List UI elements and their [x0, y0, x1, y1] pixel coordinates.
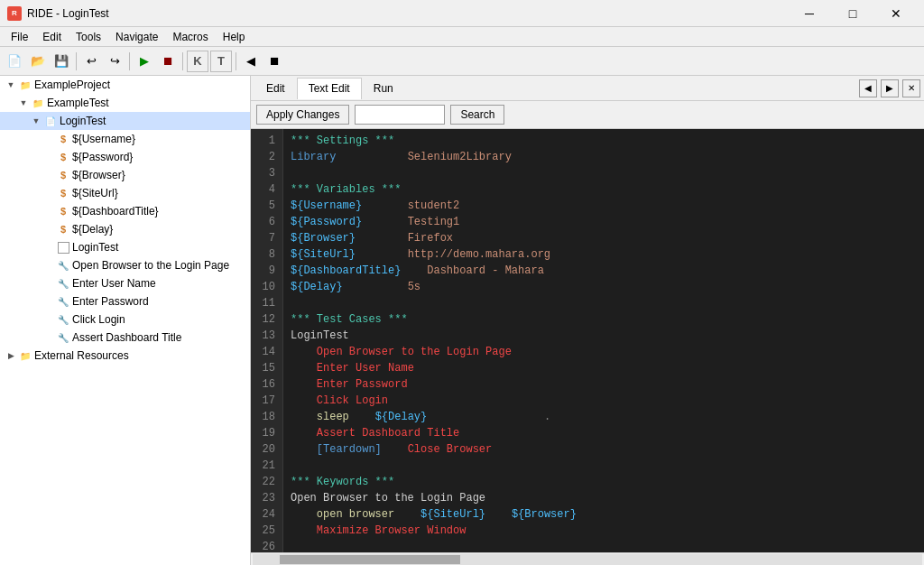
menu-help[interactable]: Help [216, 29, 253, 45]
menu-edit[interactable]: Edit [35, 29, 69, 45]
tree-item-click-login-kw[interactable]: 🔧 Click Login [0, 310, 250, 329]
tree-item-example-project[interactable]: ▼ 📁 ExampleProject [0, 76, 250, 94]
tree-label: External Resources [34, 349, 129, 362]
var-icon: $ [56, 132, 70, 146]
toolbar-sep-3 [182, 52, 183, 70]
tree-label: ${SiteUrl} [72, 187, 118, 199]
prev-button[interactable]: ◀ [240, 51, 262, 72]
toolbar-sep-4 [236, 52, 236, 70]
tree-label: ${Delay} [72, 223, 113, 236]
app-icon: R [7, 6, 22, 21]
tree-label: Click Login [72, 313, 125, 326]
keyword-button[interactable]: K [187, 51, 208, 72]
tree-toggle: ▼ [29, 116, 43, 125]
search-input[interactable] [355, 105, 445, 125]
minimize-button[interactable]: ─ [789, 1, 830, 26]
tab-run[interactable]: Run [362, 78, 405, 98]
app-title: RIDE - LoginTest [27, 7, 109, 20]
main-area: ▼ 📁 ExampleProject ▼ 📁 ExampleTest ▼ 📄 L… [0, 76, 924, 565]
tree-item-login-test[interactable]: ▼ 📄 LoginTest [0, 112, 250, 130]
close-button[interactable]: ✕ [875, 1, 917, 26]
tree-item-logintest-case[interactable]: LoginTest [0, 238, 250, 256]
tree-toggle: ▼ [4, 80, 18, 89]
tab-edit[interactable]: Edit [254, 78, 297, 98]
tree-label: ExampleTest [47, 97, 109, 109]
tree-item-dashboardtitle-var[interactable]: $ ${DashboardTitle} [0, 202, 250, 220]
menu-navigate[interactable]: Navigate [108, 29, 165, 45]
kw-icon: 🔧 [56, 294, 70, 309]
var-icon: $ [56, 222, 70, 236]
var-icon: $ [56, 204, 70, 218]
tree-item-assert-kw[interactable]: 🔧 Assert Dashboard Title [0, 329, 250, 347]
nav-next-button[interactable]: ▶ [881, 79, 899, 97]
template-button[interactable]: T [210, 51, 232, 72]
folder-icon: 📁 [31, 96, 45, 110]
kw-icon: 🔧 [56, 258, 70, 273]
open-button[interactable]: 📂 [27, 51, 49, 72]
var-icon: $ [56, 168, 70, 182]
tree-item-external-resources[interactable]: ▶ 📁 External Resources [0, 347, 250, 365]
nav-prev-button[interactable]: ◀ [859, 79, 877, 97]
menu-file[interactable]: File [4, 29, 35, 45]
tree-toggle: ▼ [16, 98, 31, 107]
kw-icon: 🔧 [56, 312, 70, 327]
tree-label: Enter User Name [72, 277, 156, 290]
code-editor[interactable]: 12345 678910 1112131415 1617181920 21222… [251, 129, 924, 552]
tree-label: ${Password} [72, 151, 133, 163]
menu-tools[interactable]: Tools [69, 29, 108, 45]
redo-button[interactable]: ↪ [104, 51, 125, 72]
tree-item-open-browser-kw[interactable]: 🔧 Open Browser to the Login Page [0, 256, 250, 274]
tree-item-siteurl-var[interactable]: $ ${SiteUrl} [0, 184, 250, 202]
right-panel: Edit Text Edit Run ◀ ▶ ✕ Apply Changes S… [251, 76, 924, 565]
save-button[interactable]: 💾 [51, 51, 72, 72]
scroll-thumb[interactable] [280, 555, 460, 564]
stop-button[interactable]: ⏹ [157, 51, 179, 72]
tree-toggle: ▶ [4, 351, 18, 360]
window-controls: ─ □ ✕ [789, 1, 917, 26]
toolbar-sep-1 [76, 52, 77, 70]
sidebar: ▼ 📁 ExampleProject ▼ 📁 ExampleTest ▼ 📄 L… [0, 76, 251, 565]
horizontal-scrollbar[interactable] [251, 552, 924, 565]
kw-icon: 🔧 [56, 276, 70, 291]
tree-label: ${DashboardTitle} [72, 205, 159, 218]
next-button[interactable]: ⏹ [263, 51, 285, 72]
var-icon: $ [56, 186, 70, 200]
tree-item-delay-var[interactable]: $ ${Delay} [0, 220, 250, 238]
nav-close-button[interactable]: ✕ [902, 79, 920, 97]
tree-label: LoginTest [72, 241, 118, 254]
new-button[interactable]: 📄 [4, 51, 25, 72]
tree-item-example-test[interactable]: ▼ 📁 ExampleTest [0, 94, 250, 112]
tree-label: ExampleProject [34, 79, 110, 91]
folder-icon: 📁 [18, 78, 32, 92]
folder-icon: 📁 [18, 348, 32, 363]
tree-label: Open Browser to the Login Page [72, 259, 229, 272]
undo-button[interactable]: ↩ [80, 51, 102, 72]
tree-label: Assert Dashboard Title [72, 331, 181, 344]
tree-item-enter-password-kw[interactable]: 🔧 Enter Password [0, 292, 250, 310]
toolbar-sep-2 [129, 52, 130, 70]
tree-label: ${Username} [72, 133, 135, 145]
toolbar: 📄 📂 💾 ↩ ↪ ▶ ⏹ K T ◀ ⏹ [0, 47, 924, 76]
var-icon: $ [56, 150, 70, 164]
maximize-button[interactable]: □ [832, 1, 873, 26]
tree-label: ${Browser} [72, 169, 125, 181]
code-content[interactable]: *** Settings *** Library Selenium2Librar… [283, 129, 924, 552]
scroll-track [253, 554, 922, 565]
action-bar: Apply Changes Search [251, 101, 924, 129]
run-button[interactable]: ▶ [134, 51, 155, 72]
line-numbers: 12345 678910 1112131415 1617181920 21222… [251, 129, 283, 552]
tree-item-username-var[interactable]: $ ${Username} [0, 130, 250, 148]
menu-macros[interactable]: Macros [165, 29, 215, 45]
tab-text-edit[interactable]: Text Edit [297, 78, 362, 99]
apply-changes-button[interactable]: Apply Changes [256, 105, 349, 125]
tree-label: LoginTest [60, 115, 106, 127]
titlebar: R RIDE - LoginTest ─ □ ✕ [0, 0, 924, 27]
kw-icon: 🔧 [56, 330, 70, 345]
tree-item-password-var[interactable]: $ ${Password} [0, 148, 250, 166]
tree-item-enter-username-kw[interactable]: 🔧 Enter User Name [0, 274, 250, 292]
search-button[interactable]: Search [450, 105, 504, 125]
tree-item-browser-var[interactable]: $ ${Browser} [0, 166, 250, 184]
menubar: File Edit Tools Navigate Macros Help [0, 27, 924, 47]
checkbox-icon [56, 240, 70, 255]
tree-label: Enter Password [72, 295, 149, 308]
